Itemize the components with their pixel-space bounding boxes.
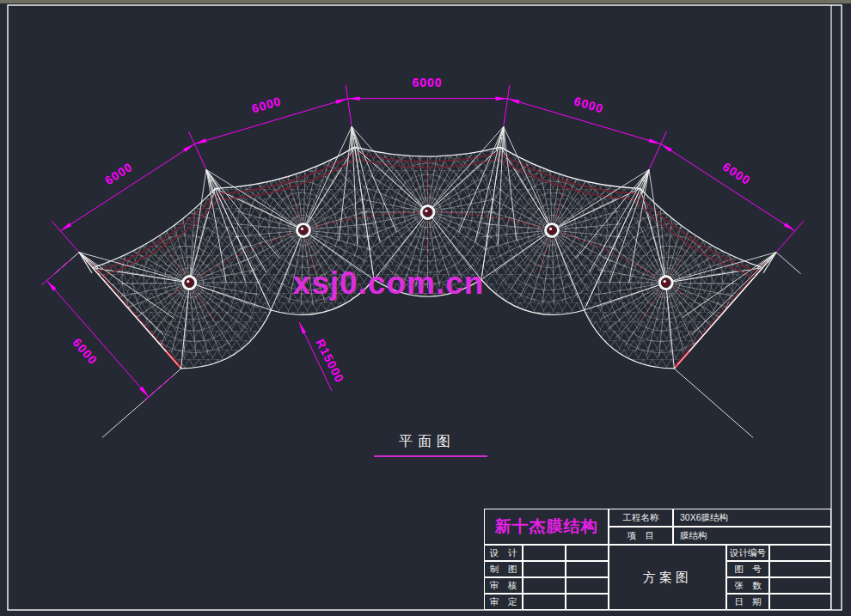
titleblock-cell-empty (566, 545, 609, 561)
item-label: 项 目 (609, 527, 673, 545)
project-name-value: 30X6膜结构 (673, 509, 831, 527)
project-name-label: 工程名称 (609, 509, 673, 527)
titleblock-cell-empty (769, 545, 831, 561)
plan-view-label: 平面图 (399, 433, 456, 451)
title-block: 新十杰膜结构 工程名称 30X6膜结构 项 目 膜结构 设 计 制 图 审 核 … (484, 509, 831, 610)
titleblock-cell-empty (769, 577, 831, 594)
titleblock-label-designno: 设计编号 (726, 545, 769, 561)
titleblock-label-review: 审 核 (484, 577, 523, 594)
titleblock-cell-empty (566, 561, 609, 577)
item-value: 膜结构 (673, 527, 831, 545)
titleblock-label-drawingno: 图 号 (726, 561, 769, 577)
titleblock-cell-empty (769, 561, 831, 577)
titleblock-label-draft: 制 图 (484, 561, 523, 577)
titleblock-label-approve: 审 定 (484, 594, 523, 610)
titleblock-cell-empty (523, 577, 566, 594)
titleblock-cell-empty (566, 577, 609, 594)
scheme-title: 方案图 (609, 545, 726, 610)
dimension-label: 6000 (412, 76, 442, 89)
cad-sheet: 6000 6000 6000 6000 6000 6000 R15000 xsj… (0, 0, 851, 616)
titleblock-label-sheets: 张 数 (726, 577, 769, 594)
watermark: xsj0.com.cn (293, 265, 485, 302)
titleblock-label-date: 日 期 (726, 594, 769, 610)
titleblock-cell-empty (523, 545, 566, 561)
company-name: 新十杰膜结构 (484, 509, 609, 545)
titleblock-cell-empty (769, 594, 831, 610)
plan-view-underline (374, 455, 487, 457)
titleblock-cell-empty (523, 561, 566, 577)
titleblock-cell-empty (523, 594, 566, 610)
titleblock-label-design: 设 计 (484, 545, 523, 561)
titleblock-cell-empty (566, 594, 609, 610)
